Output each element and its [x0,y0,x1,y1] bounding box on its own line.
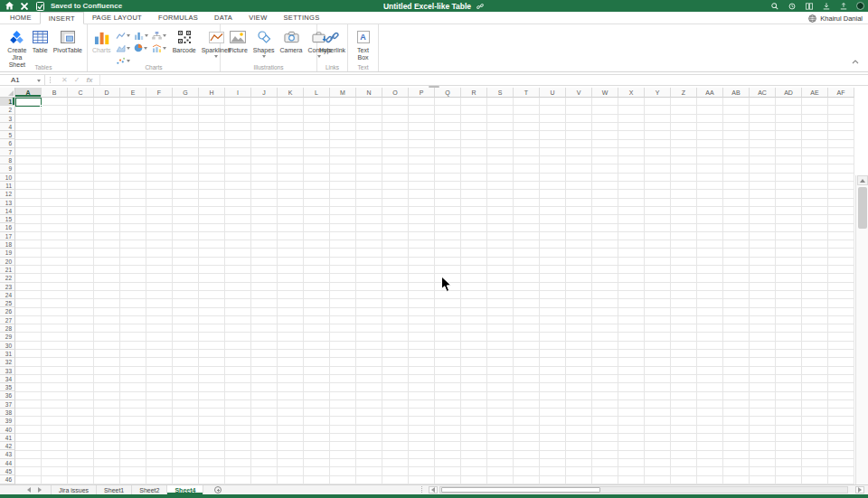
scroll-left-button[interactable] [429,486,438,493]
scroll-right-button[interactable] [855,486,864,493]
column-chart-button[interactable] [133,29,151,42]
column-header-c[interactable]: C [68,88,94,98]
pie-chart-button[interactable] [133,42,151,54]
row-header-46[interactable]: 46 [0,475,15,484]
sheet-tab-sheet1[interactable]: Sheet1 [97,485,132,494]
menu-tab-home[interactable]: HOME [2,12,40,23]
profile-avatar[interactable] [856,2,864,10]
name-box[interactable]: A1 [0,75,45,85]
app-x-icon[interactable] [20,2,29,11]
column-header-i[interactable]: I [225,88,251,98]
menu-tab-page-layout[interactable]: PAGE LAYOUT [84,12,150,23]
row-header-42[interactable]: 42 [0,442,15,450]
column-header-v[interactable]: V [566,88,592,98]
column-header-d[interactable]: D [94,88,120,98]
column-header-l[interactable]: L [304,88,330,98]
column-header-j[interactable]: J [251,88,278,98]
row-header-27[interactable]: 27 [0,316,15,324]
row-header-5[interactable]: 5 [0,131,15,139]
select-all-corner[interactable] [0,88,15,98]
column-header-r[interactable]: R [461,88,487,98]
row-header-6[interactable]: 6 [0,139,15,147]
column-header-ac[interactable]: AC [750,88,776,98]
row-header-38[interactable]: 38 [0,409,15,417]
add-sheet-button[interactable] [214,486,222,493]
row-header-24[interactable]: 24 [0,291,15,299]
panels-icon[interactable] [805,2,814,11]
menu-tab-view[interactable]: VIEW [241,12,275,23]
row-header-25[interactable]: 25 [0,299,15,307]
column-header-z[interactable]: Z [671,88,697,98]
row-header-40[interactable]: 40 [0,426,15,434]
row-header-39[interactable]: 39 [0,417,15,425]
prev-sheet-button[interactable] [27,487,31,493]
barcode-button[interactable]: Barcode [171,27,198,55]
charts-button[interactable]: Charts [90,27,113,55]
column-header-a[interactable]: A [15,88,42,98]
row-header-18[interactable]: 18 [0,240,15,249]
create-jira-sheet-button[interactable]: Create Jira Sheet [5,27,29,70]
horizontal-scroll-thumb[interactable] [441,487,600,493]
column-header-aa[interactable]: AA [697,88,723,98]
column-header-ab[interactable]: AB [723,88,750,98]
selected-cell-a1[interactable] [15,98,42,107]
row-header-2[interactable]: 2 [0,106,15,114]
scroll-up-button[interactable] [857,175,868,185]
cancel-entry-button[interactable]: ✕ [61,76,68,84]
column-header-s[interactable]: S [487,88,514,98]
row-header-17[interactable]: 17 [0,232,15,240]
upload-icon[interactable] [839,2,848,11]
row-header-28[interactable]: 28 [0,324,15,333]
hyperlink-button[interactable]: Hyperlink [320,27,344,55]
column-header-f[interactable]: F [146,88,173,98]
column-header-e[interactable]: E [120,88,146,98]
row-header-29[interactable]: 29 [0,333,15,341]
row-header-35[interactable]: 35 [0,383,15,391]
row-header-45[interactable]: 45 [0,467,15,475]
row-header-43[interactable]: 43 [0,450,15,458]
vertical-scrollbar[interactable] [855,175,868,498]
row-header-23[interactable]: 23 [0,283,15,291]
row-header-30[interactable]: 30 [0,342,15,350]
column-header-k[interactable]: K [278,88,304,98]
column-header-ad[interactable]: AD [776,88,802,98]
row-header-16[interactable]: 16 [0,223,15,231]
link-icon[interactable] [476,2,485,11]
picture-button[interactable]: Picture [226,27,250,55]
search-icon[interactable] [770,2,779,11]
formula-bar-drag-handle[interactable] [45,75,55,85]
menu-tab-settings[interactable]: SETTINGS [276,12,328,23]
row-header-31[interactable]: 31 [0,350,15,358]
row-header-36[interactable]: 36 [0,391,15,399]
column-header-t[interactable]: T [514,88,540,98]
column-header-x[interactable]: X [618,88,645,98]
row-header-3[interactable]: 3 [0,115,15,123]
combo-chart-button[interactable] [151,42,169,54]
column-header-m[interactable]: M [330,88,356,98]
row-header-33[interactable]: 33 [0,367,15,375]
row-header-34[interactable]: 34 [0,375,15,383]
menu-tab-insert[interactable]: INSERT [40,12,84,24]
sheet-tab-sheet2[interactable]: Sheet2 [132,485,167,494]
row-header-26[interactable]: 26 [0,307,15,315]
menu-tab-data[interactable]: DATA [206,12,241,23]
row-header-11[interactable]: 11 [0,182,15,190]
download-icon[interactable] [822,2,831,11]
history-icon[interactable] [788,2,797,11]
column-header-y[interactable]: Y [645,88,671,98]
row-header-44[interactable]: 44 [0,459,15,467]
table-button[interactable]: Table [31,27,50,55]
hierarchy-chart-button[interactable] [151,29,169,42]
home-icon[interactable] [5,2,14,11]
column-header-p[interactable]: P [409,88,435,98]
scrollbar-drag-dots[interactable] [421,486,422,493]
insert-function-button[interactable]: fx [86,76,92,84]
sheet-tab-jira-issues[interactable]: Jira issues [51,485,97,494]
row-header-4[interactable]: 4 [0,123,15,131]
confirm-entry-button[interactable]: ✓ [74,76,80,84]
row-header-13[interactable]: 13 [0,199,15,207]
row-header-1[interactable]: 1 [0,98,15,106]
column-header-af[interactable]: AF [828,88,854,98]
column-header-ae[interactable]: AE [802,88,828,98]
formula-input[interactable] [100,75,868,85]
